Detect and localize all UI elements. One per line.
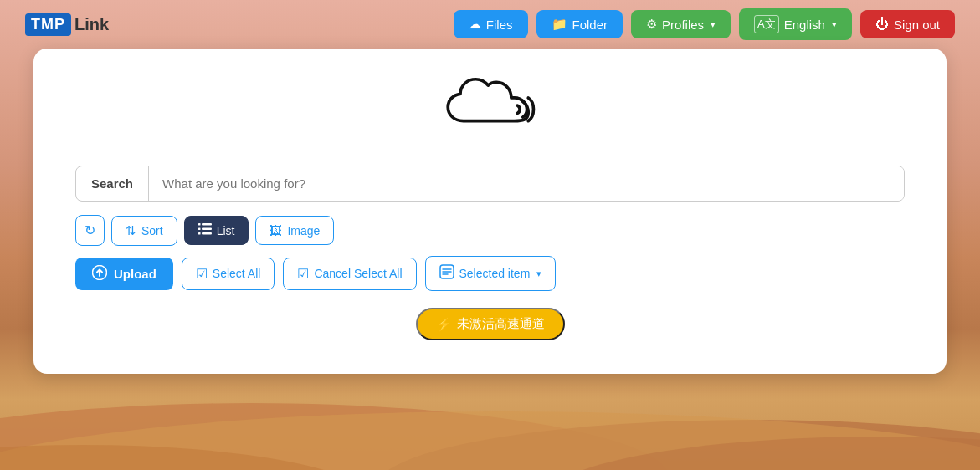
sort-icon: ⇅ (126, 223, 136, 238)
speed-badge-label: 未激活高速通道 (457, 316, 545, 332)
image-button[interactable]: 🖼 Image (255, 216, 334, 245)
cloud-area (75, 74, 905, 140)
english-label: English (784, 18, 825, 32)
signout-icon: ⏻ (875, 17, 889, 32)
svg-rect-9 (198, 228, 201, 231)
folder-button[interactable]: 📁 Folder (536, 10, 623, 38)
select-all-button[interactable]: ☑ Select All (182, 258, 275, 290)
toolbar-row2: Upload ☑ Select All ☑ Cancel Select All … (75, 256, 905, 291)
list-icon (198, 223, 212, 238)
profiles-label: Profiles (662, 18, 704, 32)
files-label: Files (486, 18, 513, 32)
upload-button[interactable]: Upload (75, 258, 173, 290)
select-all-icon: ☑ (196, 266, 208, 282)
search-input[interactable] (149, 166, 904, 201)
selected-item-label: Selected item (459, 267, 531, 280)
english-dropdown-icon: ▾ (832, 19, 837, 30)
logo: TMP Link (25, 13, 109, 36)
folder-icon: 📁 (552, 17, 567, 32)
cancel-select-icon: ☑ (297, 266, 309, 282)
list-label: List (217, 224, 235, 238)
signout-button[interactable]: ⏻ Sign out (860, 10, 955, 38)
selected-item-dropdown-icon: ▾ (536, 268, 541, 279)
list-button[interactable]: List (184, 216, 249, 245)
selected-item-icon (439, 264, 454, 283)
selected-item-button[interactable]: Selected item ▾ (425, 256, 557, 291)
select-all-label: Select All (213, 267, 261, 280)
main-card: Search ↻ ⇅ Sort List (33, 49, 947, 374)
files-button[interactable]: ☁ Files (454, 10, 528, 38)
svg-rect-6 (202, 228, 212, 231)
folder-label: Folder (572, 18, 608, 32)
svg-rect-8 (198, 223, 201, 226)
profiles-button[interactable]: ⚙ Profiles ▾ (631, 10, 731, 38)
upload-icon (92, 265, 107, 283)
english-icon: A文 (754, 15, 779, 33)
sort-button[interactable]: ⇅ Sort (111, 216, 177, 246)
profiles-icon: ⚙ (646, 17, 657, 32)
logo-tmp: TMP (25, 13, 71, 36)
lightning-icon: ⚡ (436, 317, 452, 332)
signout-label: Sign out (894, 18, 940, 32)
search-label: Search (76, 166, 149, 201)
speed-row: ⚡ 未激活高速通道 (75, 308, 905, 340)
svg-rect-7 (202, 232, 212, 235)
refresh-button[interactable]: ↻ (75, 215, 105, 246)
dune-decoration (0, 370, 980, 470)
svg-rect-10 (198, 232, 201, 235)
image-icon: 🖼 (269, 223, 282, 238)
speed-badge-button[interactable]: ⚡ 未激活高速通道 (416, 308, 565, 340)
image-label: Image (287, 224, 320, 238)
sort-label: Sort (141, 224, 163, 238)
profiles-dropdown-icon: ▾ (711, 19, 716, 30)
refresh-icon: ↻ (85, 223, 95, 238)
cancel-select-button[interactable]: ☑ Cancel Select All (283, 258, 416, 290)
upload-label: Upload (114, 267, 156, 281)
english-button[interactable]: A文 English ▾ (739, 8, 852, 40)
cancel-select-label: Cancel Select All (314, 267, 402, 280)
logo-link: Link (74, 15, 109, 34)
svg-rect-5 (202, 223, 212, 226)
cloud-streaming-icon (440, 74, 541, 140)
files-icon: ☁ (469, 17, 481, 32)
navbar: TMP Link ☁ Files 📁 Folder ⚙ Profiles ▾ A… (0, 0, 980, 49)
toolbar-row1: ↻ ⇅ Sort List 🖼 Image (75, 215, 905, 246)
search-bar: Search (75, 166, 905, 202)
